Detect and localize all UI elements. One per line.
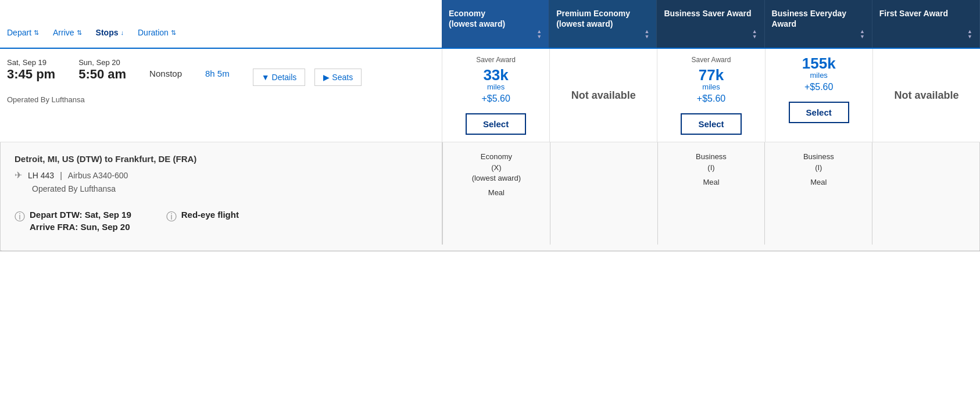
biz-everyday-select-button[interactable]: Select <box>789 102 849 123</box>
economy-award-cell: Saver Award 33k miles +$5.60 Select <box>442 49 549 142</box>
detail-biz-everyday-cell: Business(I) Meal <box>764 142 872 245</box>
seats-triangle-icon: ▶ <box>323 73 330 82</box>
details-route: Detroit, MI, US (DTW) to Frankfurt, DE (… <box>15 154 430 164</box>
economy-meal: Meal <box>449 188 544 197</box>
economy-fee: +$5.60 <box>481 94 510 104</box>
operated-by: Operated By Lufthansa <box>7 95 435 104</box>
red-eye-notice-block: ⓘ Red-eye flight <box>166 209 239 233</box>
flight-table: Depart ⇅ Arrive ⇅ Stops ↓ Duration ⇅ Eco… <box>0 0 980 252</box>
arrive-label: Arrive <box>53 28 74 37</box>
duration-sort-icon: ⇅ <box>171 29 176 37</box>
details-triangle-icon: ▼ <box>262 73 270 82</box>
biz-saver-sort-arrows: ▲ ▼ <box>664 29 757 40</box>
arrive-col-header[interactable]: Arrive ⇅ <box>46 23 89 42</box>
biz-saver-col-label: Business Saver Award <box>664 8 757 19</box>
red-eye-notice: Red-eye flight <box>181 209 239 221</box>
arrive-block: Sun, Sep 20 5:50 am <box>78 58 126 82</box>
economy-miles: 33k <box>483 67 508 82</box>
detail-economy-cell: Economy(X)(lowest award) Meal <box>442 142 550 245</box>
duration-col-header[interactable]: Duration ⇅ <box>131 23 183 42</box>
separator: | <box>60 171 62 180</box>
details-seats-buttons: ▼ Details ▶ Seats <box>253 58 362 86</box>
premium-sort-arrows: ▲ ▼ <box>556 29 649 40</box>
depart-notice: Depart DTW: Sat, Sep 19Arrive FRA: Sun, … <box>30 209 131 233</box>
economy-saver-label: Saver Award <box>476 56 516 64</box>
biz-saver-award-cell: Saver Award 77k miles +$5.60 Select <box>657 49 764 142</box>
biz-saver-miles: 77k <box>699 67 724 82</box>
depart-notice-block: ⓘ Depart DTW: Sat, Sep 19Arrive FRA: Sun… <box>15 209 131 233</box>
details-operated-by: Operated By Lufthansa <box>32 184 430 193</box>
details-left: Detroit, MI, US (DTW) to Frankfurt, DE (… <box>1 142 442 245</box>
stops-sort-icon: ↓ <box>120 29 124 36</box>
aircraft: Airbus A340-600 <box>68 171 128 180</box>
biz-everyday-miles: 155k <box>802 56 836 71</box>
economy-sort-arrows: ▲ ▼ <box>449 29 542 40</box>
biz-everyday-sort-arrows: ▲ ▼ <box>772 29 865 40</box>
premium-award-cell: Not available <box>549 49 657 142</box>
biz-everyday-meal: Meal <box>771 178 866 186</box>
economy-miles-unit: miles <box>487 82 505 91</box>
depart-label: Depart <box>7 28 31 37</box>
biz-saver-meal: Meal <box>664 178 759 186</box>
duration-label: Duration <box>138 28 169 37</box>
first-saver-sort-arrows: ▲ ▼ <box>879 29 972 40</box>
details-right: Economy(X)(lowest award) Meal Business(I… <box>442 142 979 245</box>
biz-everyday-col-header[interactable]: Business Everyday Award ▲ ▼ <box>765 0 872 48</box>
economy-cabin-class: Economy(X)(lowest award) <box>449 152 544 184</box>
details-inner: Detroit, MI, US (DTW) to Frankfurt, DE (… <box>1 142 979 245</box>
sort-down: ▼ <box>644 34 649 40</box>
header-row: Depart ⇅ Arrive ⇅ Stops ↓ Duration ⇅ Eco… <box>0 0 980 49</box>
flight-detail-row: ✈ LH 443 | Airbus A340-600 <box>15 170 430 181</box>
biz-saver-label: Saver Award <box>692 56 731 64</box>
detail-biz-saver-cell: Business(I) Meal <box>657 142 765 245</box>
biz-everyday-col-label: Business Everyday Award <box>772 8 865 29</box>
first-saver-col-header[interactable]: First Saver Award ▲ ▼ <box>872 0 980 48</box>
arrive-sort-icon: ⇅ <box>77 29 82 37</box>
economy-select-button[interactable]: Select <box>466 113 526 135</box>
stops-col-header[interactable]: Stops ↓ <box>89 23 131 42</box>
sort-down: ▼ <box>537 34 542 40</box>
biz-saver-miles-unit: miles <box>702 82 720 91</box>
award-column-headers: Economy(lowest award) ▲ ▼ Premium Econom… <box>442 0 980 48</box>
depart-date: Sat, Sep 19 <box>7 58 55 67</box>
first-saver-not-available: Not available <box>894 56 958 135</box>
depart-sort-icon: ⇅ <box>34 29 39 37</box>
detail-first-saver-cell <box>872 142 979 245</box>
first-saver-col-label: First Saver Award <box>879 8 972 19</box>
economy-col-header[interactable]: Economy(lowest award) ▲ ▼ <box>442 0 549 48</box>
details-button[interactable]: ▼ Details <box>253 69 306 86</box>
notice-icon-1: ⓘ <box>15 210 25 224</box>
sort-down: ▼ <box>967 34 972 40</box>
notices-row: ⓘ Depart DTW: Sat, Sep 19Arrive FRA: Sun… <box>15 200 430 233</box>
details-label: Details <box>272 73 297 82</box>
first-saver-award-cell: Not available <box>872 49 980 142</box>
duration-value: 8h 5m <box>205 58 230 78</box>
flight-info: Sat, Sep 19 3:45 pm Sun, Sep 20 5:50 am … <box>0 49 442 142</box>
biz-everyday-award-cell: 155k miles +$5.60 Select <box>765 49 872 142</box>
details-panel: Detroit, MI, US (DTW) to Frankfurt, DE (… <box>0 142 980 252</box>
arrive-time: 5:50 am <box>78 67 126 82</box>
sort-down: ▼ <box>752 34 757 40</box>
flight-number: LH 443 <box>28 171 54 180</box>
arrive-date: Sun, Sep 20 <box>78 58 126 67</box>
premium-col-label: Premium Economy (lowest award) <box>556 8 649 29</box>
notice-icon-2: ⓘ <box>166 210 177 224</box>
economy-col-label: Economy(lowest award) <box>449 8 542 29</box>
premium-col-header[interactable]: Premium Economy (lowest award) ▲ ▼ <box>549 0 657 48</box>
award-cells: Saver Award 33k miles +$5.60 Select Not … <box>442 49 980 142</box>
flight-row: Sat, Sep 19 3:45 pm Sun, Sep 20 5:50 am … <box>0 49 980 142</box>
stops-value: Nonstop <box>149 58 182 78</box>
stops-label: Stops <box>96 28 119 37</box>
depart-col-header[interactable]: Depart ⇅ <box>0 23 46 42</box>
seats-button[interactable]: ▶ Seats <box>314 69 362 86</box>
depart-time: 3:45 pm <box>7 67 55 82</box>
flight-times: Sat, Sep 19 3:45 pm Sun, Sep 20 5:50 am … <box>7 58 435 86</box>
biz-saver-fee: +$5.60 <box>697 94 725 104</box>
biz-saver-col-header[interactable]: Business Saver Award ▲ ▼ <box>657 0 764 48</box>
detail-premium-cell <box>550 142 657 245</box>
biz-saver-select-button[interactable]: Select <box>681 113 741 135</box>
biz-everyday-fee: +$5.60 <box>804 82 833 92</box>
seats-label: Seats <box>332 73 353 82</box>
biz-saver-cabin-class: Business(I) <box>664 152 759 173</box>
plane-icon: ✈ <box>15 170 22 181</box>
